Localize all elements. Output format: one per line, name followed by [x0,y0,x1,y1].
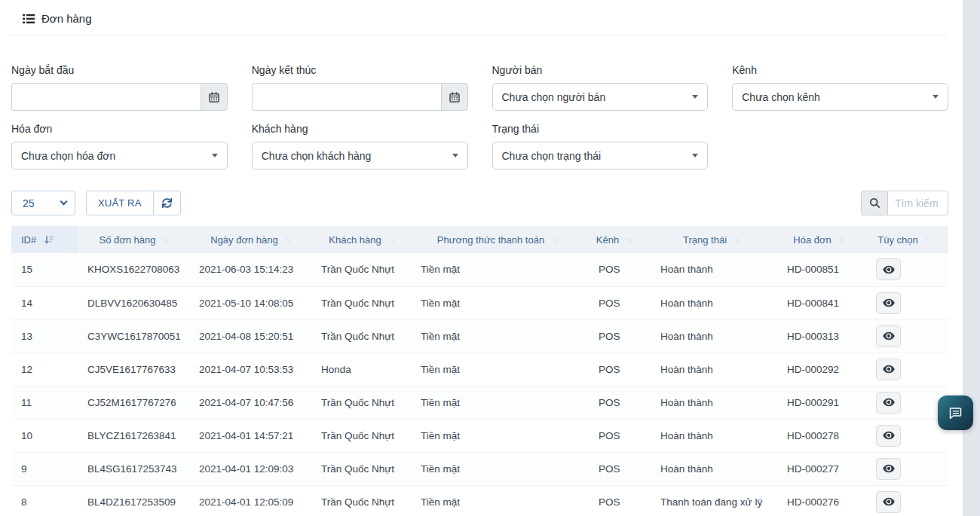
column-header-invoice[interactable]: Hóa đơn↑↓ [777,226,859,253]
page-size-select[interactable]: 25 [11,191,75,215]
chat-bubble-icon [948,405,963,421]
column-label: Khách hàng [329,234,381,246]
customer-dropdown[interactable]: Chưa chọn khách hàng [252,142,468,169]
channel: POS [583,353,645,386]
status: Hoàn thành [645,286,777,319]
export-button[interactable]: XUẤT RA [86,191,154,215]
column-header-order-date[interactable]: Ngày đơn hàng↑↓ [189,226,311,253]
end-date-label: Ngày kết thúc [252,64,468,76]
customer-name: Trần Quốc Nhựt [311,419,411,452]
order-date: 2021-04-07 10:53:53 [189,353,311,386]
row-id: 12 [11,353,78,386]
payment-method: Tiền mặt [411,319,583,353]
column-header-id[interactable]: ID# [11,226,78,253]
orders-table-body: 15KHOXS16227080632021-06-03 15:14:23Trần… [11,253,948,516]
channel: POS [583,386,645,419]
column-label: Tùy chọn [877,234,917,246]
payment-method: Tiền mặt [411,485,583,516]
page-header: Đơn hàng [11,0,948,35]
scrollbar-track[interactable] [963,0,980,516]
view-order-button[interactable] [876,325,901,347]
customer-name: Trần Quốc Nhựt [311,286,411,319]
filter-customer: Khách hàng Chưa chọn khách hàng [252,123,468,169]
orders-table-header: ID# Số đơn hàng↑↓ Ngày đơn hàng↑↓ Khách … [11,226,948,253]
order-number: CJ52M1617767276 [78,386,189,419]
invoice-number: HD-000292 [777,353,859,386]
row-id: 8 [11,485,78,516]
refresh-button[interactable] [154,191,181,215]
channel: POS [583,452,645,485]
filter-status: Trạng thái Chưa chọn trạng thái [492,123,709,169]
view-order-button[interactable] [876,292,901,314]
table-row: 12CJ5VE16177676332021-04-07 10:53:53Hond… [11,353,948,386]
column-header-customer[interactable]: Khách hàng↑↓ [311,226,411,253]
invoice-number: HD-000278 [777,419,859,452]
invoice-dropdown[interactable]: Chưa chọn hóa đơn [11,142,228,169]
start-date-calendar-button[interactable] [201,83,228,111]
row-id: 11 [11,386,78,419]
filter-seller: Người bán Chưa chọn người bán [492,64,709,111]
invoice-number: HD-000277 [777,452,859,485]
chevron-down-icon [452,154,458,157]
view-order-button[interactable] [876,425,901,447]
customer-label: Khách hàng [252,123,468,135]
payment-method: Tiền mặt [411,253,583,286]
list-icon [23,14,35,24]
end-date-calendar-button[interactable] [441,83,468,111]
search-input[interactable] [887,191,948,215]
chat-button[interactable] [938,395,973,430]
column-label: Phương thức thanh toán [437,234,544,246]
sort-icon: ↑↓ [164,236,168,244]
channel: POS [583,253,645,286]
refresh-icon [162,198,172,208]
channel: POS [583,485,645,516]
column-label: Số đơn hàng [99,234,155,246]
filter-channel: Kênh Chưa chọn kênh [732,64,948,111]
row-id: 13 [11,319,78,353]
options-cell [859,419,948,452]
column-header-order-number[interactable]: Số đơn hàng↑↓ [78,226,189,253]
channel-dropdown[interactable]: Chưa chọn kênh [732,83,948,111]
start-date-input[interactable] [11,83,201,111]
table-row: 13C3YWC16178700512021-04-08 15:20:51Trần… [11,319,948,353]
status: Hoàn thành [645,386,777,419]
customer-dropdown-value: Chưa chọn khách hàng [262,150,446,162]
channel: POS [583,419,645,452]
seller-dropdown[interactable]: Chưa chọn người bán [492,83,709,111]
view-order-button[interactable] [876,359,901,380]
orders-table: ID# Số đơn hàng↑↓ Ngày đơn hàng↑↓ Khách … [11,226,948,516]
column-label: Kênh [596,234,619,246]
order-date: 2021-06-03 15:14:23 [189,253,311,286]
order-number: KHOXS1622708063 [78,253,189,286]
column-header-channel[interactable]: Kênh↑↓ [583,226,645,253]
order-date: 2021-04-08 15:20:51 [189,319,311,353]
invoice-number: HD-000276 [777,485,859,516]
column-header-status[interactable]: Trạng thái↑↓ [645,226,777,253]
column-header-payment-method[interactable]: Phương thức thanh toán↑↓ [411,226,583,253]
order-number: CJ5VE1617767633 [78,353,189,386]
view-order-button[interactable] [876,392,901,414]
search-button[interactable] [861,191,887,215]
status-dropdown[interactable]: Chưa chọn trạng thái [492,142,709,169]
eye-icon [883,298,895,307]
view-order-button[interactable] [876,491,901,513]
eye-icon [883,365,895,374]
channel-label: Kênh [732,64,948,76]
table-toolbar: 25 XUẤT RA [11,191,948,215]
payment-method: Tiền mặt [411,353,583,386]
column-label: Ngày đơn hàng [210,234,277,246]
calendar-icon [449,92,460,102]
sort-icon: ↑↓ [926,236,930,244]
view-order-button[interactable] [876,458,901,480]
column-header-options[interactable]: Tùy chọn↑↓ [859,226,948,253]
order-date: 2021-05-10 14:08:05 [189,286,311,319]
table-row: 11CJ52M16177672762021-04-07 10:47:56Trần… [11,386,948,419]
customer-name: Trần Quốc Nhựt [311,386,411,419]
view-order-button[interactable] [876,258,901,280]
table-row: 9BL4SG16172537432021-04-01 12:09:03Trần … [11,452,948,485]
order-number: DLBVV1620630485 [78,286,189,319]
payment-method: Tiền mặt [411,419,583,452]
customer-name: Trần Quốc Nhựt [311,253,411,286]
sort-icon: ↑↓ [389,236,394,244]
end-date-input[interactable] [252,83,441,111]
